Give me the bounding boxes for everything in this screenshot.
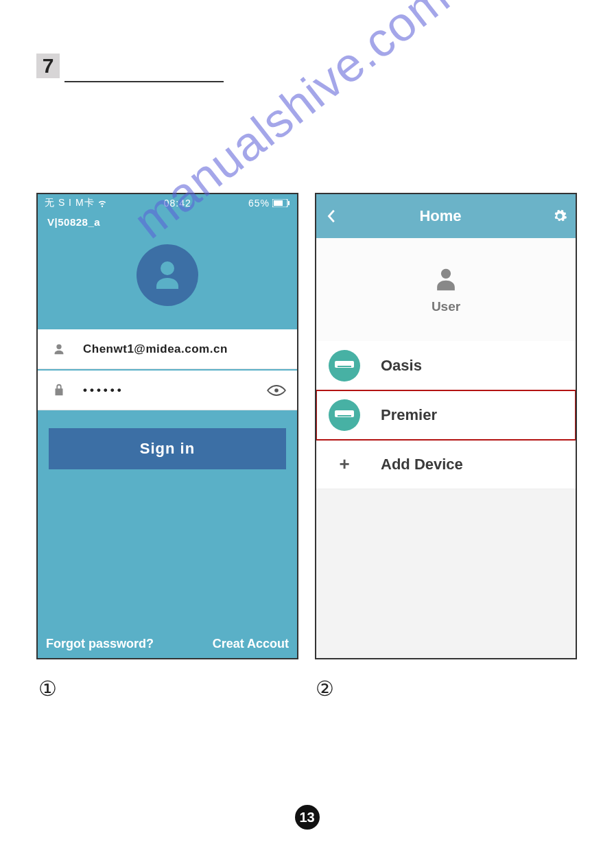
avatar-circle	[137, 244, 198, 306]
device-icon	[329, 350, 360, 382]
device-item-label: Premier	[381, 406, 437, 424]
email-field-row[interactable]: Chenwt1@midea.com.cn	[38, 329, 297, 369]
wifi-icon	[97, 198, 107, 208]
create-account-link[interactable]: Creat Accout	[213, 637, 289, 651]
home-user-block: User	[316, 238, 576, 341]
battery-icon	[272, 199, 290, 207]
svg-rect-7	[338, 415, 351, 417]
user-icon	[51, 342, 67, 357]
avatar-wrap	[38, 244, 297, 306]
step-label-1: ①	[38, 677, 57, 701]
phones-row: 无 S I M卡 08:42 65% V|50828_a	[36, 193, 577, 659]
battery-pct: 65%	[248, 198, 270, 209]
status-battery: 65%	[248, 198, 290, 209]
home-user-label: User	[432, 299, 460, 314]
svg-point-3	[274, 388, 279, 392]
page-number-badge: 13	[295, 805, 320, 830]
ac-unit-icon	[334, 360, 355, 372]
device-item-label: Oasis	[381, 357, 422, 375]
signin-background: 无 S I M卡 08:42 65% V|50828_a	[38, 194, 297, 658]
signin-button-label: Sign in	[140, 440, 195, 458]
section-number: 7	[43, 54, 54, 78]
step-label-2: ②	[316, 677, 334, 701]
user-icon	[434, 265, 458, 292]
ac-unit-icon	[334, 409, 355, 421]
svg-rect-2	[288, 201, 290, 205]
page-number-wrap: 13	[0, 805, 614, 830]
home-title: Home	[329, 207, 552, 225]
user-icon	[151, 259, 184, 292]
lock-icon	[51, 383, 67, 398]
password-field-row[interactable]: ••••••	[38, 371, 297, 410]
forgot-password-link[interactable]: Forgot password?	[46, 637, 154, 651]
eye-icon[interactable]	[267, 384, 286, 397]
add-device-label: Add Device	[381, 456, 463, 473]
plus-icon: +	[329, 449, 360, 480]
svg-rect-1	[274, 200, 283, 206]
home-header: Home	[316, 194, 576, 238]
section-underline	[64, 81, 224, 82]
status-left: 无 S I M卡	[45, 197, 107, 209]
status-bar: 无 S I M卡 08:42 65%	[38, 194, 297, 211]
page-number: 13	[299, 810, 314, 825]
add-device-item[interactable]: + Add Device	[316, 440, 576, 489]
password-value: ••••••	[83, 384, 267, 397]
bottom-links: Forgot password? Creat Accout	[38, 637, 297, 651]
signin-button[interactable]: Sign in	[49, 428, 286, 469]
phone-home: Home User Oasis	[315, 193, 577, 659]
svg-rect-5	[338, 366, 351, 367]
device-item-oasis[interactable]: Oasis	[316, 341, 576, 390]
carrier-text: 无 S I M卡	[45, 197, 95, 209]
device-icon	[329, 399, 360, 431]
status-time: 08:42	[164, 198, 191, 209]
section-number-box: 7	[36, 54, 60, 78]
gear-icon[interactable]	[552, 209, 567, 224]
email-value: Chenwt1@midea.com.cn	[83, 342, 286, 356]
phone-signin: 无 S I M卡 08:42 65% V|50828_a	[36, 193, 298, 659]
device-item-premier[interactable]: Premier	[316, 390, 576, 440]
app-version-text: V|50828_a	[38, 211, 297, 228]
